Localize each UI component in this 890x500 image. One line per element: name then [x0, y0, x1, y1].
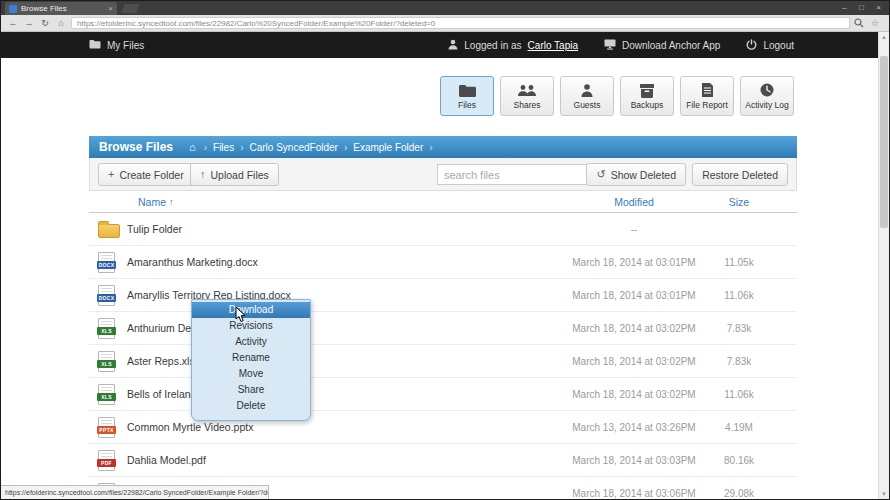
- column-header-size[interactable]: Size: [709, 196, 769, 208]
- nav-button-files[interactable]: Files: [440, 76, 494, 116]
- breadcrumb-item[interactable]: Files: [213, 142, 234, 153]
- restore-deleted-button[interactable]: Restore Deleted: [692, 163, 788, 186]
- action-bar: + Create Folder ↑ Upload Files ↺ Show De…: [89, 158, 797, 191]
- maximize-button[interactable]: □: [853, 1, 870, 13]
- backups-icon: [638, 82, 656, 98]
- download-anchor-app-link[interactable]: Download Anchor App: [604, 39, 720, 52]
- nav-button-backups[interactable]: Backups: [620, 76, 674, 116]
- column-header-modified[interactable]: Modified: [559, 196, 709, 208]
- window-controls: – □ ×: [836, 1, 887, 13]
- browser-tab-strip: Browse Files × – □ ×: [1, 1, 889, 15]
- file-name[interactable]: Amaranthus Marketing.docx: [127, 256, 559, 268]
- home-icon[interactable]: ⌂: [189, 141, 196, 153]
- context-menu-item-delete[interactable]: Delete: [192, 398, 310, 414]
- my-files-label: My Files: [107, 40, 144, 51]
- context-menu-item-activity[interactable]: Activity: [192, 334, 310, 350]
- power-icon: [746, 39, 757, 52]
- restore-deleted-label: Restore Deleted: [702, 169, 778, 181]
- file-name[interactable]: Dahlia Model.pdf: [127, 454, 559, 466]
- logged-in-item: Logged in as Carlo Tapia: [448, 39, 578, 52]
- scrollbar[interactable]: ▲ ▼: [878, 32, 889, 499]
- user-name-link[interactable]: Carlo Tapia: [528, 40, 578, 51]
- tab-close-icon[interactable]: ×: [108, 5, 113, 13]
- xls-file-icon: XLS: [98, 384, 115, 405]
- search-input[interactable]: [437, 164, 594, 185]
- nav-buttons: FilesSharesGuestsBackupsFile ReportActiv…: [440, 76, 794, 116]
- address-bar[interactable]: [71, 17, 850, 29]
- browser-home-icon[interactable]: ⌂: [55, 19, 67, 28]
- file-name[interactable]: Common Myrtle Video.pptx: [127, 421, 559, 433]
- scrollbar-thumb[interactable]: [880, 56, 888, 228]
- nav-button-label: Guests: [574, 100, 601, 110]
- file-modified: March 18, 2014 at 03:01PM: [559, 290, 709, 301]
- file-size: 11.06k: [709, 290, 769, 301]
- show-deleted-button[interactable]: ↺ Show Deleted: [586, 163, 686, 186]
- context-menu-item-move[interactable]: Move: [192, 366, 310, 382]
- context-menu-item-download[interactable]: Download: [192, 302, 310, 318]
- toolbar-right-icons: ☆: [854, 14, 883, 32]
- file-icon-cell: XLS: [89, 384, 127, 405]
- reload-icon[interactable]: ↻: [39, 19, 51, 28]
- file-modified: March 18, 2014 at 03:06PM: [559, 488, 709, 499]
- file-report-icon: [701, 82, 714, 98]
- breadcrumb-chevron-icon: ›: [240, 142, 243, 153]
- nav-button-activity-log[interactable]: Activity Log: [740, 76, 794, 116]
- tab-favicon-icon: [9, 5, 17, 13]
- file-modified: March 18, 2014 at 03:02PM: [559, 356, 709, 367]
- file-type-label: XLS: [97, 393, 116, 401]
- minimize-button[interactable]: –: [836, 1, 853, 13]
- refresh-icon: ↺: [596, 169, 605, 180]
- table-row[interactable]: Tulip Folder--: [89, 213, 797, 246]
- logout-link[interactable]: Logout: [746, 39, 794, 52]
- person-icon: [448, 39, 458, 52]
- nav-button-file-report[interactable]: File Report: [680, 76, 734, 116]
- scroll-down-icon[interactable]: ▼: [879, 489, 889, 499]
- upload-files-button[interactable]: ↑ Upload Files: [190, 163, 279, 186]
- activity-log-icon: [759, 82, 775, 98]
- download-anchor-app-label: Download Anchor App: [622, 40, 720, 51]
- nav-button-shares[interactable]: Shares: [500, 76, 554, 116]
- upload-icon: ↑: [200, 169, 206, 180]
- file-type-label: XLS: [97, 360, 116, 368]
- shares-icon: [517, 82, 537, 98]
- file-modified: March 18, 2014 at 03:01PM: [559, 257, 709, 268]
- context-menu-item-rename[interactable]: Rename: [192, 350, 310, 366]
- search-icon[interactable]: [854, 14, 864, 32]
- my-files-link[interactable]: My Files: [89, 39, 144, 51]
- breadcrumb-chevron-icon: ›: [344, 142, 347, 153]
- back-icon[interactable]: ←: [7, 19, 19, 28]
- breadcrumb-item[interactable]: Carlo SyncedFolder: [250, 142, 338, 153]
- file-modified: --: [559, 224, 709, 235]
- context-menu-item-revisions[interactable]: Revisions: [192, 318, 310, 334]
- context-menu-item-share[interactable]: Share: [192, 382, 310, 398]
- file-type-label: DOCX: [97, 294, 116, 302]
- bookmark-star-icon[interactable]: ☆: [869, 19, 881, 28]
- nav-button-guests[interactable]: Guests: [560, 76, 614, 116]
- xls-file-icon: XLS: [98, 351, 115, 372]
- file-type-label: XLS: [97, 327, 116, 335]
- table-row[interactable]: DOCXAmaranthus Marketing.docxMarch 18, 2…: [89, 246, 797, 279]
- table-row[interactable]: PDFDahlia Model.pdfMarch 18, 2014 at 03:…: [89, 444, 797, 477]
- file-icon-cell: [89, 220, 127, 238]
- browser-toolbar: ← → ↻ ⌂ ☆: [1, 15, 889, 32]
- nav-button-label: Shares: [514, 100, 541, 110]
- table-header: Name ↑ Modified Size: [89, 191, 797, 213]
- docx-file-icon: DOCX: [98, 252, 115, 273]
- file-name[interactable]: Tulip Folder: [127, 223, 559, 235]
- file-icon-cell: PDF: [89, 450, 127, 471]
- new-tab-button[interactable]: [121, 4, 140, 13]
- tab-title: Browse Files: [21, 4, 104, 13]
- scroll-up-icon[interactable]: ▲: [879, 32, 889, 42]
- file-size: 7.83k: [709, 356, 769, 367]
- column-header-name[interactable]: Name ↑: [89, 196, 559, 208]
- create-folder-button[interactable]: + Create Folder: [98, 163, 194, 186]
- close-button[interactable]: ×: [870, 1, 887, 13]
- file-modified: March 13, 2014 at 03:26PM: [559, 422, 709, 433]
- forward-icon[interactable]: →: [23, 19, 35, 28]
- app-header: My Files Logged in as Carlo Tapia Downlo…: [1, 32, 889, 58]
- status-bar: https://efolderinc.syncedtool.com/files/…: [1, 485, 269, 499]
- browser-tab[interactable]: Browse Files ×: [5, 2, 117, 15]
- breadcrumb-chevron-icon: ›: [429, 142, 432, 153]
- file-icon-cell: DOCX: [89, 252, 127, 273]
- breadcrumb-item[interactable]: Example Folder: [353, 142, 423, 153]
